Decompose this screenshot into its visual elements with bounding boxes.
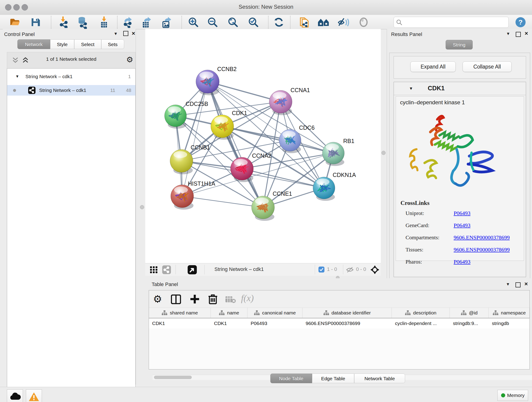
network-edge[interactable] (182, 82, 208, 196)
table-panel-float-button[interactable] (515, 282, 520, 287)
expand-all-button[interactable]: Expand All (410, 61, 456, 72)
hide-selected-button[interactable] (337, 17, 349, 28)
show-columns-icon[interactable] (171, 294, 181, 304)
delete-column-trash-icon[interactable] (208, 294, 218, 305)
column-header-database-identifier[interactable]: database identifier (302, 308, 392, 318)
zoom-fit-button[interactable] (227, 17, 239, 28)
network-edge[interactable] (182, 196, 263, 207)
table-cell[interactable]: CDK1 (211, 318, 247, 328)
crosslink-value-link[interactable]: P06493 (454, 210, 470, 216)
string-panel-toggle-icon[interactable] (162, 265, 171, 274)
network-collection-row[interactable]: ▼ String Network – cdk1 1 (7, 71, 135, 82)
crosslink-row: Tissues:9606.ENSP00000378699 (405, 247, 520, 253)
node-label-CDC25B: CDC25B (186, 101, 208, 107)
zoom-selected-button[interactable] (248, 17, 259, 28)
detach-view-icon[interactable] (188, 265, 197, 274)
search-input[interactable] (394, 17, 509, 28)
table-row[interactable]: CDK1CDK1P064939606.ENSP00000378699cyclin… (149, 318, 530, 328)
memory-label: Memory (507, 393, 525, 398)
column-header-canonical-name[interactable]: canonical name (247, 308, 302, 318)
toolbar-separator (117, 16, 118, 29)
crosslink-value-link[interactable]: P06493 (454, 222, 470, 229)
refresh-button[interactable] (273, 17, 285, 28)
export-image-button[interactable] (161, 17, 172, 28)
fit-content-crosshair-icon[interactable] (370, 265, 380, 274)
zoom-in-button[interactable] (188, 17, 199, 28)
network-canvas[interactable]: CCNB2CCNA1CDC25BCDK1CDC6RB1CCNB1CCNA2CDK… (145, 29, 381, 263)
tab-select[interactable]: Select (74, 39, 101, 49)
crosslink-value-link[interactable]: 9606.ENSP00000378699 (454, 247, 510, 253)
selected-checkbox-icon[interactable] (318, 267, 324, 273)
tab-sets[interactable]: Sets (101, 39, 124, 49)
birds-eye-grid-icon[interactable] (150, 266, 158, 274)
tree-expander-icon[interactable]: ▼ (15, 71, 19, 82)
right-splitter-handle[interactable] (381, 151, 386, 155)
results-panel-close-button[interactable]: ✕ (525, 31, 528, 36)
svg-text:?: ? (519, 18, 523, 26)
tab-network[interactable]: Network (17, 39, 50, 49)
eye-hide-icon (337, 17, 350, 28)
network-view-toolbar: String Network – cdk1 1 - 0 0 - 0 (145, 263, 381, 276)
tab-style[interactable]: Style (50, 39, 74, 49)
export-network-button[interactable] (122, 17, 133, 28)
network-options-gear-icon[interactable]: ⚙ (126, 55, 133, 64)
table-cell[interactable]: stringdb:9... (450, 318, 489, 328)
collapse-all-button[interactable]: Collapse All (462, 61, 512, 72)
zoom-out-button[interactable] (207, 17, 218, 28)
network-edge[interactable] (242, 169, 324, 188)
gray-eye-icon (358, 17, 369, 28)
network-view[interactable]: CCNB2CCNA1CDC25BCDK1CDC6RB1CCNB1CCNA2CDK… (145, 29, 381, 276)
tab-edge-table[interactable]: Edge Table (312, 374, 354, 383)
network-edge[interactable] (222, 126, 333, 153)
column-header-description[interactable]: description (392, 308, 450, 318)
column-header-namespace[interactable]: namespace (489, 308, 530, 318)
control-panel-float-button[interactable] (123, 31, 128, 36)
table-cell[interactable]: CDK1 (149, 318, 211, 328)
node-gloss (174, 186, 188, 193)
tab-string-results[interactable]: String (446, 40, 473, 50)
network-edge[interactable] (208, 82, 263, 207)
tab-network-table[interactable]: Network Table (354, 374, 405, 383)
table-panel-close-button[interactable]: ✕ (524, 281, 528, 287)
memory-button[interactable]: Memory (497, 390, 528, 401)
gene-expander-icon[interactable]: ▼ (409, 86, 413, 91)
export-table-button[interactable] (141, 17, 152, 28)
table-cell[interactable]: stringdb (489, 318, 530, 328)
tab-node-table[interactable]: Node Table (270, 374, 312, 383)
create-column-plus-icon[interactable] (190, 294, 200, 304)
help-button[interactable]: ? (515, 17, 526, 28)
first-neighbors-button[interactable] (317, 17, 329, 28)
column-header-name[interactable]: name (211, 308, 247, 318)
table-panel-menu-caret[interactable]: ▼ (506, 282, 510, 287)
table-cell[interactable]: cyclin-dependent ... (392, 318, 450, 328)
gene-section: ▼ CDK1 cyclin–dependent kinase 1 (394, 82, 526, 277)
clone-network-button[interactable] (298, 17, 310, 28)
table-cell[interactable]: 9606.ENSP00000378699 (302, 318, 392, 328)
table-settings-gear-icon[interactable]: ⚙ (153, 293, 162, 305)
import-table-button[interactable] (98, 17, 110, 28)
import-network-from-database-button[interactable] (76, 17, 88, 28)
hidden-eye-icon[interactable] (346, 267, 354, 273)
import-network-button[interactable] (58, 17, 69, 28)
table-cell[interactable]: P06493 (247, 318, 302, 328)
crosslink-row: GeneCard:P06493 (405, 222, 520, 229)
results-panel-menu-caret[interactable]: ▼ (506, 32, 510, 36)
crosslink-value-link[interactable]: 9606.ENSP00000378699 (454, 235, 510, 241)
zoom-in-icon (188, 17, 199, 28)
show-all-button[interactable] (358, 17, 369, 28)
warning-status-button[interactable] (26, 389, 42, 402)
control-panel-close-button[interactable]: ✕ (132, 31, 135, 36)
crosslink-label: Uniprot: (405, 210, 454, 216)
network-row-selected[interactable]: String Network – cdk1 11 48 (7, 85, 135, 96)
results-panel-float-button[interactable] (516, 32, 521, 37)
column-header--id[interactable]: @id (450, 308, 489, 318)
cloud-status-button[interactable] (7, 389, 23, 402)
control-panel-menu-caret[interactable]: ▼ (114, 32, 118, 36)
horizontal-scrollbar-thumb[interactable] (154, 376, 192, 379)
left-splitter-handle[interactable] (140, 205, 144, 209)
open-session-button[interactable] (9, 17, 21, 28)
save-session-button[interactable] (30, 17, 41, 28)
network-selected-status: 1 of 1 Network selected (7, 56, 135, 62)
column-header-shared-name[interactable]: shared name (149, 308, 211, 318)
crosslink-value-link[interactable]: P06493 (454, 259, 470, 265)
